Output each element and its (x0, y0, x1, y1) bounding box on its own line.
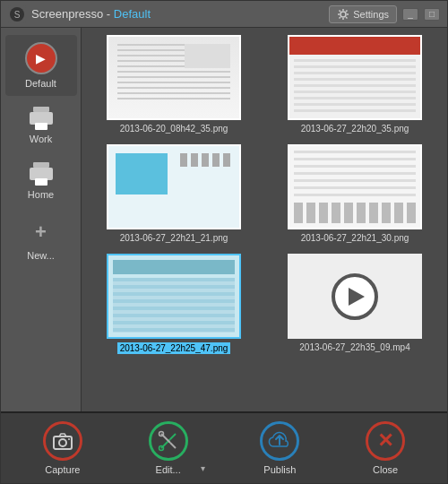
thumbnail (288, 35, 422, 120)
close-button[interactable]: ✕ Close (355, 416, 416, 480)
plus-icon: + (27, 218, 56, 246)
svg-line-10 (170, 443, 176, 448)
thumbnail (107, 144, 241, 229)
work-printer-icon (28, 107, 55, 130)
sidebar-item-new[interactable]: + New... (5, 211, 77, 268)
list-item[interactable]: 2013-06-27_22h20_35.png (270, 35, 440, 134)
list-item[interactable]: 2013-06-27_22h21_30.png (270, 144, 440, 243)
sidebar-item-work[interactable]: Work (5, 99, 77, 151)
thumbnail-selected (107, 254, 241, 339)
filename-label: 2013-06-27_22h35_09.mp4 (299, 342, 409, 352)
list-item[interactable]: 2013-06-20_08h42_35.png (89, 35, 259, 134)
thumbnail (288, 144, 422, 229)
edit-circle (149, 421, 188, 461)
filename-label: 2013-06-27_22h21_30.png (301, 233, 409, 243)
publish-label: Publish (263, 464, 296, 475)
svg-text:S: S (14, 10, 21, 20)
title-bar: S Screenpresso - Default Settings _ □ (1, 1, 447, 28)
app-title: Screenpresso - Default (31, 7, 151, 21)
thumbnail (107, 35, 241, 120)
bottom-toolbar: Capture Edit... ▾ (1, 411, 447, 483)
svg-point-3 (340, 12, 346, 17)
sidebar: Default Work Home (1, 28, 82, 411)
publish-button[interactable]: Publish (249, 416, 310, 480)
upload-cloud-icon (268, 430, 291, 452)
default-icon (25, 42, 57, 74)
home-printer-icon (28, 162, 55, 186)
title-bar-right: Settings _ □ (329, 5, 440, 23)
sidebar-item-work-label: Work (30, 134, 52, 144)
app-window: S Screenpresso - Default Settings _ □ (0, 0, 448, 484)
close-label: Close (373, 464, 398, 475)
list-item[interactable]: 2013-06-27_22h35_09.mp4 (270, 254, 440, 354)
edit-button[interactable]: Edit... (138, 416, 199, 480)
sidebar-item-home[interactable]: Home (5, 155, 77, 207)
main-content: Default Work Home (1, 28, 447, 411)
camera-icon (52, 431, 73, 451)
filename-label: 2013-06-27_22h20_35.png (301, 124, 409, 134)
screenpresso-logo-icon: S (8, 5, 26, 23)
svg-point-5 (59, 439, 66, 446)
edit-tools-icon (158, 430, 179, 452)
minimize-button[interactable]: _ (402, 8, 418, 21)
close-circle: ✕ (366, 421, 405, 461)
title-bar-left: S Screenpresso - Default (8, 5, 151, 23)
edit-label: Edit... (156, 464, 181, 475)
play-triangle-icon (349, 288, 365, 306)
filename-label-selected: 2013-06-27_22h25_47.png (117, 342, 231, 354)
video-thumbnail (288, 254, 422, 339)
default-link[interactable]: Default (114, 7, 151, 21)
capture-button[interactable]: Capture (32, 416, 93, 480)
sidebar-item-home-label: Home (28, 189, 54, 200)
sidebar-item-default[interactable]: Default (5, 35, 77, 96)
gear-icon (337, 8, 349, 21)
capture-circle (43, 421, 82, 461)
settings-button[interactable]: Settings (329, 5, 397, 23)
list-item[interactable]: 2013-06-27_22h21_21.png (89, 144, 259, 243)
publish-circle (260, 421, 299, 461)
list-item[interactable]: 2013-06-27_22h25_47.png (89, 254, 259, 354)
thumbnail-grid: 2013-06-20_08h42_35.png 2013-06-27_22h20… (89, 35, 440, 354)
svg-point-6 (68, 438, 70, 440)
settings-label: Settings (353, 9, 389, 20)
sidebar-item-new-label: New... (27, 250, 55, 261)
filename-label: 2013-06-27_22h21_21.png (120, 233, 228, 243)
close-x-icon: ✕ (377, 429, 393, 453)
sidebar-item-default-label: Default (25, 78, 56, 89)
capture-label: Capture (45, 464, 80, 475)
play-circle (332, 273, 378, 320)
restore-button[interactable]: □ (424, 8, 440, 21)
edit-dropdown-arrow[interactable]: ▾ (201, 463, 205, 473)
svg-line-8 (170, 434, 176, 439)
grid-area: 2013-06-20_08h42_35.png 2013-06-27_22h20… (82, 28, 447, 411)
filename-label: 2013-06-20_08h42_35.png (120, 124, 228, 134)
edit-group: Edit... ▾ (138, 416, 205, 480)
